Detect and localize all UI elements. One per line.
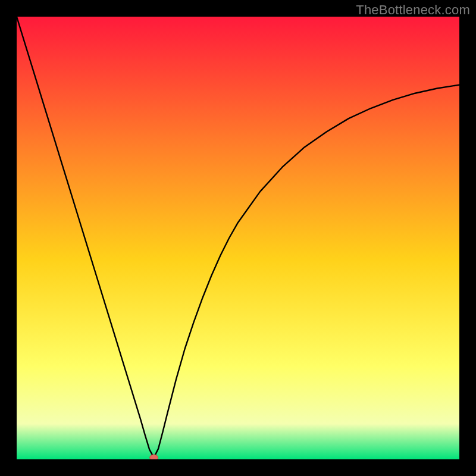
plot-area (17, 17, 459, 459)
chart-svg (17, 17, 459, 459)
gradient-background (17, 17, 459, 459)
optimal-marker (150, 455, 158, 459)
watermark-text: TheBottleneck.com (356, 2, 470, 18)
chart-frame: TheBottleneck.com (0, 0, 476, 476)
